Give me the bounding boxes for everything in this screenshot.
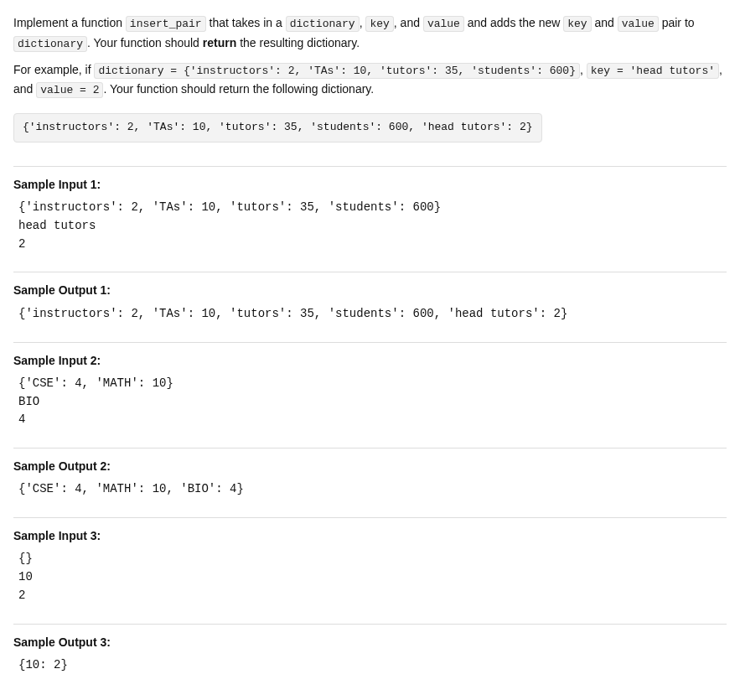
sample-input-label: Sample Input 2: <box>13 351 727 370</box>
code-key: key <box>563 16 591 32</box>
text: and adds the new <box>464 16 563 29</box>
code-dictionary: dictionary <box>286 16 360 32</box>
text: the resulting dictionary. <box>236 36 360 49</box>
sample-input: {'instructors': 2, 'TAs': 10, 'tutors': … <box>13 199 727 253</box>
sample-block: Sample Output 2: {'CSE': 4, 'MATH': 10, … <box>13 448 727 511</box>
sample-output-label: Sample Output 1: <box>13 281 727 299</box>
text: , and <box>394 16 423 29</box>
example-paragraph: For example, if dictionary = {'instructo… <box>13 60 727 101</box>
text: Implement a function <box>13 16 126 29</box>
sample-output: {'CSE': 4, 'MATH': 10, 'BIO': 4} <box>13 480 727 499</box>
text: pair to <box>659 16 695 29</box>
text: that takes in a <box>206 16 286 29</box>
text: . Your function should <box>87 36 203 49</box>
code-example-value: value = 2 <box>36 82 103 98</box>
sample-block: Sample Input 3: {} 10 2 <box>13 517 727 616</box>
code-key: key <box>365 16 393 32</box>
sample-block: Sample Input 2: {'CSE': 4, 'MATH': 10} B… <box>13 342 727 441</box>
example-output-block: {'instructors': 2, 'TAs': 10, 'tutors': … <box>13 113 542 143</box>
code-value: value <box>423 16 464 32</box>
sample-output-label: Sample Output 2: <box>13 457 727 475</box>
text: and <box>592 16 618 29</box>
sample-output-label: Sample Output 3: <box>13 633 727 651</box>
code-example-dict: dictionary = {'instructors': 2, 'TAs': 1… <box>94 63 580 79</box>
sample-block: Sample Input 1: {'instructors': 2, 'TAs'… <box>13 166 727 265</box>
return-keyword: return <box>203 36 236 49</box>
sample-output: {'instructors': 2, 'TAs': 10, 'tutors': … <box>13 305 727 324</box>
code-dictionary: dictionary <box>13 36 87 52</box>
sample-block: Sample Output 3: {10: 2} <box>13 624 727 687</box>
sample-input: {'CSE': 4, 'MATH': 10} BIO 4 <box>13 375 727 429</box>
code-example-key: key = 'head tutors' <box>587 63 719 79</box>
sample-block: Sample Output 1: {'instructors': 2, 'TAs… <box>13 272 727 334</box>
intro-paragraph: Implement a function insert_pair that ta… <box>13 13 727 54</box>
sample-input: {} 10 2 <box>13 550 727 604</box>
sample-output: {10: 2} <box>13 656 727 675</box>
text: , <box>580 63 587 76</box>
text: . Your function should return the follow… <box>103 82 374 96</box>
code-value: value <box>618 16 659 32</box>
text: For example, if <box>13 63 94 76</box>
sample-input-label: Sample Input 3: <box>13 526 727 545</box>
sample-input-label: Sample Input 1: <box>13 175 727 194</box>
code-insert-pair: insert_pair <box>126 16 206 32</box>
